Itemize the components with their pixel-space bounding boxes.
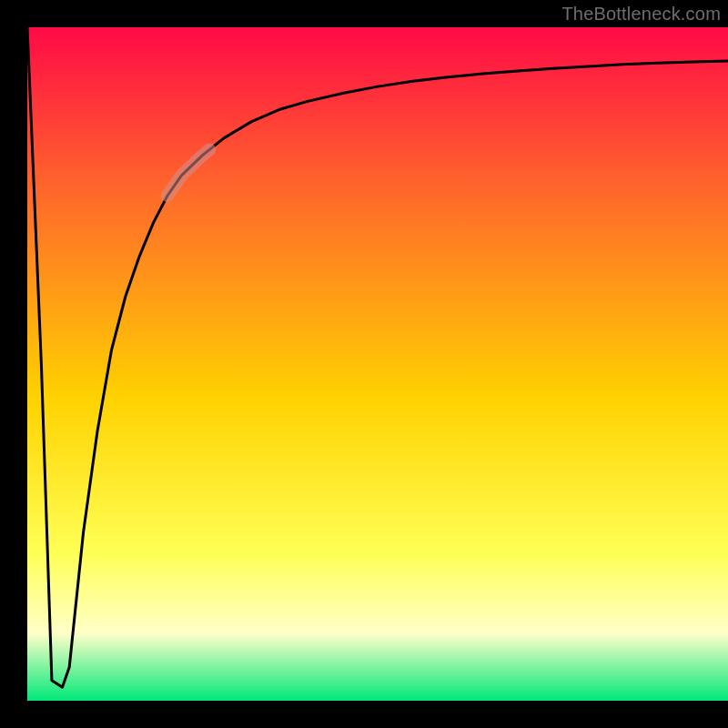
gradient-background (27, 27, 728, 701)
plot-area (27, 27, 728, 701)
watermark-text: TheBottleneck.com (561, 4, 721, 25)
chart-frame: TheBottleneck.com (0, 0, 728, 728)
chart-svg (27, 27, 728, 701)
